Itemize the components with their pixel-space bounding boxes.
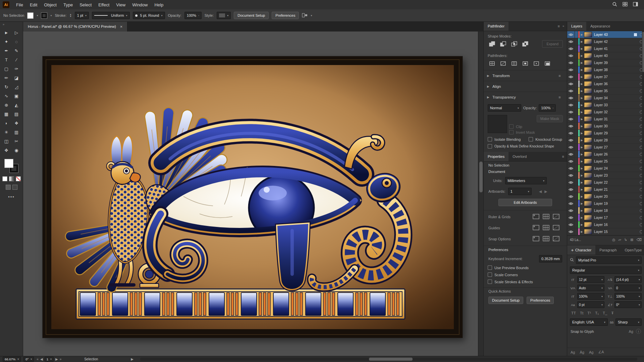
- layer-row[interactable]: ▶Layer 28◯: [567, 137, 644, 144]
- perspective-grid-tool[interactable]: ◭: [11, 101, 21, 110]
- stroke-dropdown-icon[interactable]: ▾: [50, 14, 52, 17]
- lock-column[interactable]: [575, 193, 578, 200]
- tracking-field-dropdown[interactable]: 0▾: [614, 285, 642, 291]
- expand-layer-icon[interactable]: ▶: [580, 209, 584, 212]
- lock-column[interactable]: [575, 186, 578, 193]
- visibility-toggle-icon[interactable]: [567, 80, 575, 87]
- expand-layer-icon[interactable]: ▶: [580, 111, 584, 114]
- layer-row[interactable]: ▶Layer 22◯: [567, 179, 644, 186]
- font-search-icon[interactable]: [570, 258, 574, 262]
- layer-row[interactable]: ▶Layer 27◯: [567, 144, 644, 151]
- outline-icon[interactable]: [532, 60, 541, 67]
- magic-wand-tool[interactable]: ✦: [1, 37, 11, 46]
- layer-row[interactable]: ▶Layer 18◯: [567, 207, 644, 214]
- visibility-toggle-icon[interactable]: [567, 165, 575, 172]
- visibility-toggle-icon[interactable]: [567, 221, 575, 228]
- layer-row[interactable]: ▶Layer 39◯: [567, 59, 644, 66]
- visibility-toggle-icon[interactable]: [567, 123, 575, 129]
- rotation-dropdown[interactable]: 0°▾: [23, 357, 34, 362]
- lock-column[interactable]: [575, 73, 578, 80]
- expand-layer-icon[interactable]: ▶: [580, 82, 584, 85]
- show-guides-icon[interactable]: [533, 225, 539, 231]
- layer-row[interactable]: ▶Layer 25◯: [567, 158, 644, 165]
- edit-toolbar-icon[interactable]: •••: [8, 194, 15, 199]
- glyph-snap-icon-3[interactable]: ∠A: [598, 350, 604, 354]
- snap-point-icon[interactable]: [533, 236, 539, 242]
- lock-column[interactable]: [575, 45, 578, 52]
- layer-row[interactable]: ▶Layer 40◯: [567, 52, 644, 59]
- rotate-tool[interactable]: ↻: [1, 82, 11, 92]
- fill-dropdown-icon[interactable]: ▾: [37, 14, 38, 17]
- minus-front-icon[interactable]: [499, 40, 507, 48]
- expand-layer-icon[interactable]: ▶: [580, 223, 584, 226]
- leading-field-dropdown[interactable]: (14.4 pt)▾: [614, 276, 642, 283]
- zoom-dropdown[interactable]: 66.67%▾: [3, 357, 21, 362]
- tab-layers[interactable]: Layers: [567, 21, 586, 31]
- visibility-toggle-icon[interactable]: [567, 116, 575, 122]
- next-artboard-icon[interactable]: ▶: [544, 189, 547, 194]
- layer-row[interactable]: ▶Layer 15◯: [567, 228, 644, 235]
- visibility-toggle-icon[interactable]: [567, 179, 575, 186]
- expand-layer-icon[interactable]: ▶: [580, 216, 584, 219]
- visibility-toggle-icon[interactable]: [567, 95, 575, 101]
- horizontal-scale-field-dropdown[interactable]: 100%▾: [614, 293, 642, 300]
- layer-row[interactable]: ▶Layer 33◯: [567, 102, 644, 109]
- horizontal-scrollbar[interactable]: [140, 358, 637, 361]
- delete-layer-icon[interactable]: ⌫: [636, 238, 642, 242]
- locate-object-icon[interactable]: ◎: [612, 238, 615, 242]
- panel-menu-icon[interactable]: ≡: [558, 74, 564, 78]
- visibility-toggle-icon[interactable]: [567, 102, 575, 108]
- shape-builder-tool[interactable]: ⊕: [1, 101, 11, 110]
- expand-layer-icon[interactable]: ▶: [580, 47, 584, 50]
- visibility-toggle-icon[interactable]: [567, 59, 575, 66]
- horizontal-scrollbar-thumb[interactable]: [369, 358, 413, 361]
- gradient-button[interactable]: [9, 176, 14, 181]
- expand-button[interactable]: Expand: [542, 40, 563, 48]
- expand-layer-icon[interactable]: ▶: [580, 75, 584, 78]
- vertical-scale-field-dropdown[interactable]: 100%▾: [577, 293, 604, 300]
- pencil-tool[interactable]: ✏: [1, 73, 11, 82]
- layers-scrollbar[interactable]: [642, 31, 644, 235]
- visibility-toggle-icon[interactable]: [567, 186, 575, 193]
- menu-select[interactable]: Select: [76, 0, 95, 9]
- hand-tool[interactable]: ✥: [1, 146, 11, 155]
- play-icon[interactable]: ▶: [131, 357, 133, 361]
- lock-column[interactable]: [575, 80, 578, 87]
- layer-row[interactable]: ▶Layer 32◯: [567, 109, 644, 116]
- lock-column[interactable]: [575, 66, 578, 73]
- slice-tool[interactable]: ✂: [11, 137, 21, 146]
- visibility-toggle-icon[interactable]: [567, 38, 575, 45]
- layer-row[interactable]: ▶Layer 36◯: [567, 80, 644, 87]
- type-tool[interactable]: T: [1, 55, 11, 64]
- artboard-tool[interactable]: ◫: [1, 137, 11, 146]
- document-setup-button[interactable]: Document Setup: [234, 12, 269, 19]
- tab-character[interactable]: ◆ Character: [567, 245, 595, 255]
- visibility-toggle-icon[interactable]: [567, 172, 575, 179]
- expand-layer-icon[interactable]: ▶: [580, 125, 584, 128]
- menu-file[interactable]: File: [13, 0, 26, 9]
- menu-effect[interactable]: Effect: [95, 0, 113, 9]
- units-dropdown[interactable]: Millimeters▾: [505, 177, 547, 184]
- eraser-tool[interactable]: ◪: [11, 73, 21, 82]
- artboard[interactable]: [43, 56, 463, 338]
- exclude-icon[interactable]: [521, 40, 530, 48]
- show-rulers-icon[interactable]: [533, 214, 539, 220]
- layer-row[interactable]: ▶Layer 42◯: [567, 38, 644, 45]
- expand-layer-icon[interactable]: ▶: [580, 202, 584, 205]
- clip-checkbox[interactable]: Clip: [509, 124, 563, 129]
- tab-overlord[interactable]: Overlord: [508, 152, 531, 161]
- expand-layer-icon[interactable]: ▶: [580, 132, 584, 135]
- unite-icon[interactable]: [488, 40, 496, 48]
- lock-column[interactable]: [575, 109, 578, 115]
- visibility-toggle-icon[interactable]: [567, 31, 575, 38]
- direct-selection-tool[interactable]: ▷: [11, 28, 21, 37]
- layer-row[interactable]: ▶Layer 21◯: [567, 186, 644, 193]
- omdks-checkbox[interactable]: Opacity & Mask Define Knockout Shape: [484, 143, 567, 150]
- tab-appearance[interactable]: Appearance: [586, 21, 614, 31]
- qa-preferences-button[interactable]: Preferences: [527, 297, 554, 304]
- layer-row[interactable]: ▶Layer 20◯: [567, 193, 644, 200]
- divide-icon[interactable]: [488, 60, 496, 67]
- make-clipping-mask-icon[interactable]: ▱: [619, 238, 621, 242]
- layer-row[interactable]: ▶Layer 19◯: [567, 200, 644, 207]
- layer-row[interactable]: ▶Layer 26◯: [567, 151, 644, 158]
